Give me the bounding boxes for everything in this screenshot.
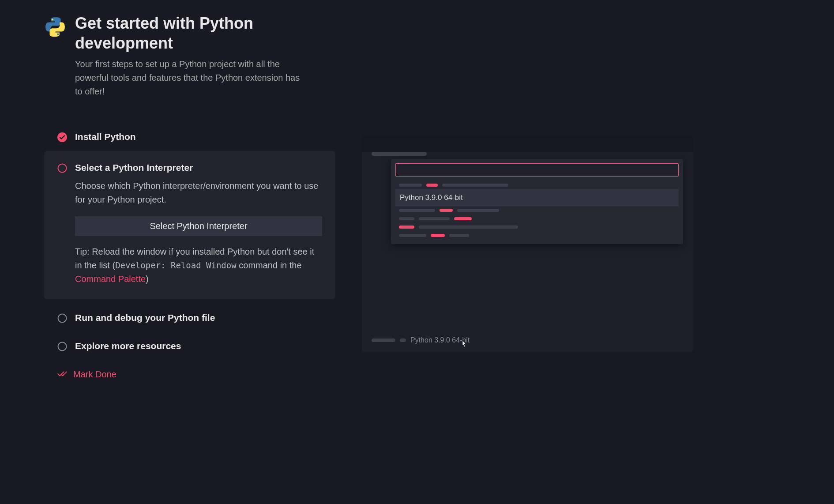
page-subtitle: Your first steps to set up a Python proj…: [75, 57, 300, 98]
quickpick-mockup: Python 3.9.0 64-bit: [391, 159, 683, 244]
step-title: Install Python: [75, 132, 322, 142]
step-install-python[interactable]: Install Python: [44, 123, 335, 151]
circle-outline-icon: [57, 313, 67, 323]
mark-done-button[interactable]: Mark Done: [44, 360, 335, 380]
svg-point-4: [58, 314, 67, 323]
svg-point-5: [58, 342, 67, 351]
walkthrough-header: Get started with Python development Your…: [44, 13, 335, 98]
step-title: Explore more resources: [75, 341, 322, 351]
quickpick-search-input: [395, 163, 679, 177]
step-title: Select a Python Interpreter: [75, 162, 322, 173]
quickpick-selected-item: Python 3.9.0 64-bit: [395, 189, 679, 206]
cursor-pointer-icon: [460, 340, 468, 350]
step-explore-resources[interactable]: Explore more resources: [44, 332, 335, 360]
step-description: Choose which Python interpreter/environm…: [75, 179, 322, 207]
page-title: Get started with Python development: [75, 13, 335, 53]
status-bar-mockup: Python 3.9.0 64-bit: [372, 336, 470, 344]
interpreter-picker-mockup: Python 3.9.0 64-bit: [362, 136, 693, 352]
svg-point-0: [52, 19, 53, 20]
circle-outline-icon: [57, 342, 67, 351]
step-title: Run and debug your Python file: [75, 312, 322, 323]
svg-point-1: [57, 34, 59, 35]
step-run-debug[interactable]: Run and debug your Python file: [44, 304, 335, 332]
select-python-interpreter-button[interactable]: Select Python Interpreter: [75, 216, 322, 236]
check-circle-filled-icon: [57, 132, 67, 142]
step-select-interpreter[interactable]: Select a Python Interpreter Choose which…: [44, 151, 335, 299]
svg-point-3: [58, 164, 67, 173]
mark-done-label: Mark Done: [73, 369, 116, 380]
command-palette-link[interactable]: Command Palette: [75, 274, 146, 284]
python-logo-icon: [44, 16, 66, 98]
circle-outline-icon: [57, 163, 67, 173]
check-all-icon: [57, 369, 67, 380]
step-tip: Tip: Reload the window if you installed …: [75, 245, 322, 286]
